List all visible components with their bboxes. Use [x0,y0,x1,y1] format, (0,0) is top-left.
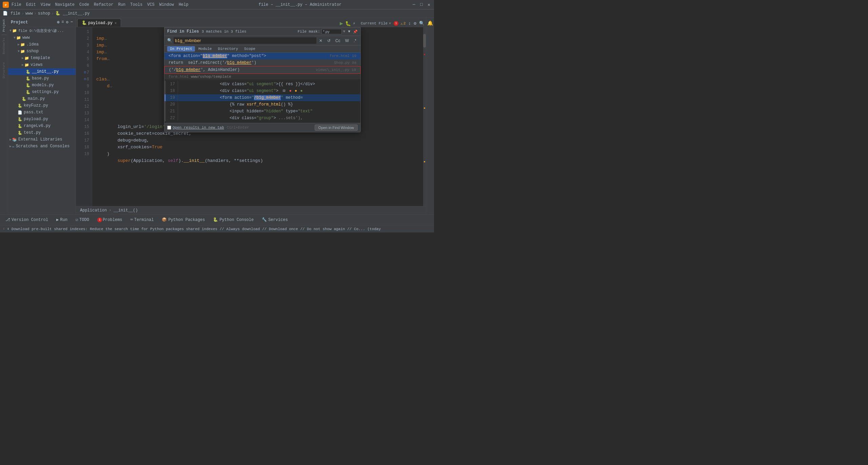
tree-item-base[interactable]: 🐍 base.py [8,75,76,82]
bookmarks-tab[interactable]: Bookmarks [2,38,6,54]
tree-item-test[interactable]: 🐍 test.py [8,129,76,136]
tree-item-idea[interactable]: ▶ 📁 .idea [8,41,76,48]
pin-icon[interactable]: 📌 [353,30,358,34]
menu-view[interactable]: View [41,2,51,7]
tab-run[interactable]: ▶ Run [52,215,72,225]
code-line-2: imp… [96,43,107,48]
menu-bar: File Edit View Navigate Code Refactor Ru… [12,2,189,7]
tab-services[interactable]: 🔧 Services [258,215,292,225]
scrollbar-right[interactable] [423,27,426,206]
minimize-button[interactable]: ─ [412,2,416,7]
whole-word-button[interactable]: W [344,38,350,44]
tree-item-sshop[interactable]: ▼ 📁 sshop [8,48,76,55]
find-shortcut: Ctrl+Enter [227,126,249,130]
tree-item-payload[interactable]: 🐍 payload.py [8,116,76,123]
error-badge[interactable]: 1 [394,21,398,26]
find-result-2[interactable]: return self.redirect('/b1g_m4mber') Shop… [164,59,360,66]
find-search-input[interactable] [174,37,316,44]
debug-button[interactable]: 🐛 [345,21,351,26]
tab-terminal[interactable]: ⌨ Terminal [126,215,158,225]
settings-icon[interactable]: ⚙ [414,21,416,26]
find-popup-title: Find in Files [167,29,199,34]
tree-item-keyfuzz[interactable]: 🐍 keyFuzz.py [8,102,76,109]
case-sensitive-button[interactable]: Cc [334,38,342,44]
sidebar-icon-minimize[interactable]: − [71,20,73,25]
tree-item-main[interactable]: 🐍 main.py [8,95,76,102]
filemask-input[interactable] [321,29,342,34]
tab-python-console[interactable]: 🐍 Python Console [209,215,258,225]
structure-tab[interactable]: Structure [2,62,6,79]
menu-edit[interactable]: Edit [26,2,36,7]
sidebar-icon-collapse[interactable]: ≡ [61,20,64,25]
code-line-17: xsrf_cookies=True [96,145,162,150]
scope-tab-module[interactable]: Module [196,46,215,52]
run-button[interactable]: ▶ [340,20,343,27]
breadcrumb-path: 📄 file › www › sshop › 🐍 __init__.py [3,11,90,16]
tab-version-control[interactable]: ⎇ Version Control [1,215,52,225]
tree-item-models[interactable]: 🐍 models.py [8,82,76,89]
regex-button[interactable]: .* [352,38,358,44]
bc-item-www[interactable]: www [25,11,33,16]
project-tab[interactable]: Project [2,19,6,32]
close-button[interactable]: ✕ [427,2,431,7]
scope-tab-project[interactable]: In Project [167,46,195,52]
maximize-button[interactable]: □ [419,2,424,7]
tab-problems[interactable]: 1 Problems [93,215,126,225]
code-breadcrumb: Application › __init__() [76,206,426,214]
menu-help[interactable]: Help [179,2,189,7]
bc-item-sshop[interactable]: sshop [38,11,50,16]
todo-icon: ☑ [76,217,78,222]
tree-item-template[interactable]: ▶ 📁 template [8,55,76,61]
find-search-icon: 🔍 [167,38,172,43]
expand-icon[interactable]: ↕ [408,21,411,26]
tree-item-scratches[interactable]: ▶ ✏ Scratches and Consoles [8,143,76,150]
scope-tab-scope[interactable]: Scope [241,46,258,52]
cb-class[interactable]: Application [80,208,107,213]
sidebar-icon-locate[interactable]: ⊕ [57,20,59,25]
error-marker-1 [424,54,425,55]
menu-window[interactable]: Window [159,2,174,7]
tab-python-packages[interactable]: 📦 Python Packages [158,215,209,225]
bc-item-file[interactable]: file [11,11,20,16]
menu-file[interactable]: File [12,2,21,7]
open-new-tab-checkbox[interactable] [167,126,171,130]
problems-error-badge: 1 [97,218,102,222]
clear-search-button[interactable]: ✕ [318,38,324,44]
tree-item-init[interactable]: 🐍 __init__.py [8,68,76,75]
tab-todo[interactable]: ☑ TODO [72,215,93,225]
find-result-3[interactable]: ('/b1g_m4mber', AdminHandler) views\_ini… [164,66,360,74]
tree-item-views[interactable]: ▶ 📁 views [8,61,76,68]
menu-run[interactable]: Run [118,2,125,7]
window-controls: ─ □ ✕ [412,2,431,7]
python-packages-icon: 📦 [162,217,167,222]
tree-item-www[interactable]: ▼ 📁 www [8,34,76,41]
tree-item-pass[interactable]: 📄 pass.txt [8,109,76,116]
tree-item-settings[interactable]: 🐍 settings.py [8,89,76,95]
tree-item-file[interactable]: ▼ 📁 file D:\信息安全\渗... [8,27,76,34]
filter-icon[interactable]: ▼ [348,30,350,34]
open-find-window-button[interactable]: Open in Find Window [315,125,358,131]
menu-refactor[interactable]: Refactor [94,2,114,7]
find-result-1[interactable]: <form action="b1g_m4mber" method="post">… [164,53,360,59]
current-file-dropdown[interactable]: Current File ▼ [361,21,391,25]
coverage-button[interactable]: ⚡ [353,21,355,26]
code-line-9 [96,90,99,95]
search-icon[interactable]: 🔍 [419,21,425,26]
warn-badge[interactable]: ⚠ 2 [400,21,406,26]
tab-payload[interactable]: 🐍 payload.py ✕ [77,19,121,27]
filemask-dropdown[interactable]: ▼ [343,30,346,34]
top-right-toolbar: ▶ 🐛 ⚡ Current File ▼ 1 ⚠ 2 [337,20,425,27]
notifications-icon[interactable]: 🔔 [427,20,433,26]
scope-tab-directory[interactable]: Directory [215,46,241,52]
scrollbar-thumb[interactable] [423,34,426,48]
menu-code[interactable]: Code [79,2,89,7]
sidebar-icon-gear[interactable]: ⚙ [66,20,68,25]
tree-item-rangelv6[interactable]: 🐍 rangeLv6.py [8,123,76,129]
menu-navigate[interactable]: Navigate [55,2,75,7]
cb-method[interactable]: __init__() [113,208,138,213]
tree-item-extlibs[interactable]: ▶ 📚 External Libraries [8,136,76,143]
tab-close-payload[interactable]: ✕ [115,21,117,25]
menu-vcs[interactable]: VCS [147,2,155,7]
prev-match-button[interactable]: ↺ [326,38,332,44]
menu-tools[interactable]: Tools [130,2,142,7]
